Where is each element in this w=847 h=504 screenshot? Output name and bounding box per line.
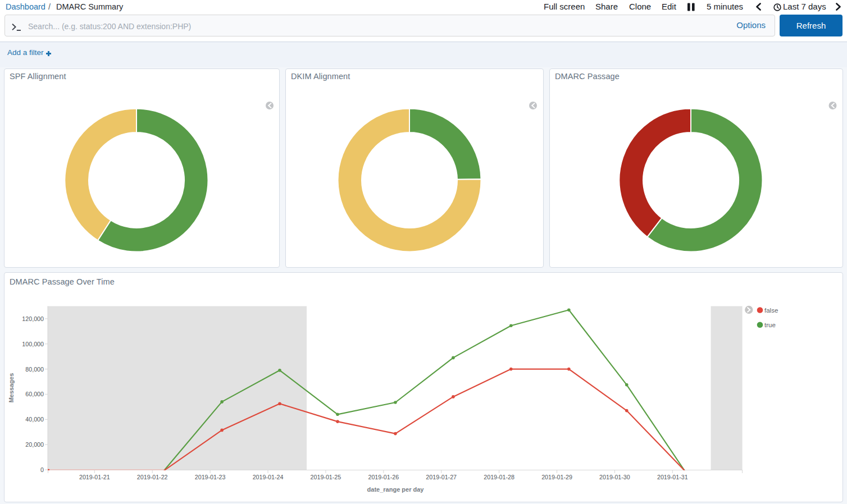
svg-text:2019-01-25: 2019-01-25: [311, 474, 341, 480]
svg-text:2019-01-21: 2019-01-21: [79, 474, 110, 480]
svg-text:date_range per day: date_range per day: [367, 486, 425, 493]
svg-text:false: false: [764, 307, 778, 314]
svg-text:40,000: 40,000: [25, 416, 44, 423]
svg-text:0: 0: [40, 466, 44, 473]
svg-text:2019-01-28: 2019-01-28: [484, 474, 514, 480]
svg-text:2019-01-31: 2019-01-31: [657, 474, 688, 480]
svg-text:Messages: Messages: [8, 373, 15, 403]
svg-text:2019-01-24: 2019-01-24: [253, 474, 284, 480]
svg-text:2019-01-22: 2019-01-22: [137, 474, 168, 480]
svg-text:2019-01-27: 2019-01-27: [426, 474, 457, 480]
svg-text:2019-01-26: 2019-01-26: [368, 474, 399, 480]
svg-text:120,000: 120,000: [22, 315, 44, 322]
svg-text:80,000: 80,000: [25, 366, 44, 373]
svg-text:2019-01-23: 2019-01-23: [195, 474, 226, 480]
svg-text:60,000: 60,000: [25, 391, 44, 397]
svg-text:20,000: 20,000: [25, 441, 44, 448]
svg-text:2019-01-30: 2019-01-30: [599, 474, 630, 480]
svg-text:2019-01-29: 2019-01-29: [541, 474, 572, 480]
svg-text:true: true: [764, 322, 776, 328]
svg-text:100,000: 100,000: [22, 341, 44, 347]
